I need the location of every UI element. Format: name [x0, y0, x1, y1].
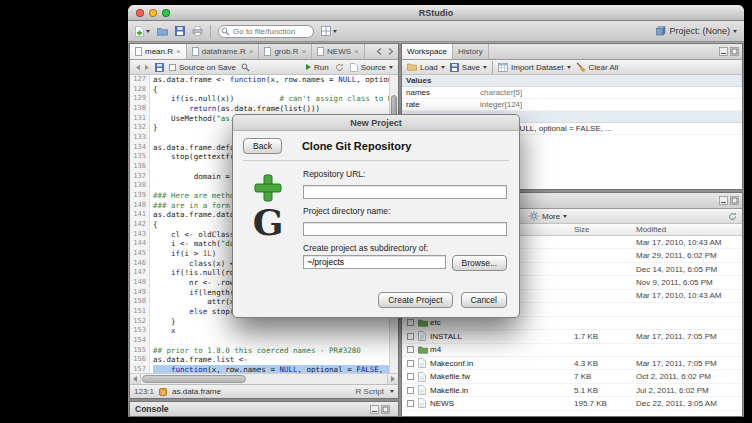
scroll-tabs-left-icon[interactable]	[376, 48, 383, 55]
close-tab-icon[interactable]: ×	[176, 48, 181, 56]
tab-workspace[interactable]: Workspace	[402, 44, 453, 59]
scope-selector[interactable]: as.data.frame	[172, 387, 221, 396]
project-menu[interactable]: Project: (None)	[656, 26, 737, 36]
workspace-item[interactable]: rateinteger[124]	[402, 99, 742, 111]
titlebar[interactable]: RStudio	[128, 5, 744, 21]
code-line[interactable]: if(is.null(x)) # can't assign class to N…	[153, 94, 398, 104]
maximize-pane-icon[interactable]	[381, 405, 390, 414]
file-checkbox[interactable]	[407, 387, 414, 394]
source-on-save-label: Source on Save	[179, 63, 236, 72]
modified-column-header[interactable]: Modified	[636, 224, 742, 235]
scroll-tabs-right-icon[interactable]	[387, 48, 394, 55]
browse-button[interactable]: Browse...	[452, 255, 507, 271]
file-name[interactable]: NEWS	[430, 399, 574, 408]
chevron-down-icon	[389, 66, 393, 69]
zoom-window-button[interactable]	[162, 9, 170, 17]
project-directory-name-field[interactable]	[303, 222, 507, 236]
load-workspace-button[interactable]: Load	[407, 63, 445, 72]
subdirectory-field[interactable]	[303, 255, 446, 269]
open-file-button[interactable]	[157, 27, 168, 36]
create-project-button[interactable]: Create Project	[378, 292, 452, 308]
code-line[interactable]: }	[153, 317, 398, 327]
tab-history[interactable]: History	[453, 44, 489, 59]
scroll-right-arrow[interactable]	[387, 374, 398, 384]
find-replace-icon[interactable]	[241, 63, 250, 72]
close-tab-icon[interactable]: ×	[354, 48, 359, 56]
file-row-NEWS[interactable]: NEWS195.7 KBDec 22, 2011, 3:05 AM	[402, 397, 742, 410]
file-row-etc[interactable]: etc	[402, 317, 742, 330]
file-checkbox[interactable]	[407, 346, 414, 353]
size-column-header[interactable]: Size	[574, 224, 636, 235]
editor-tab-NEWS[interactable]: NEWS×	[312, 44, 365, 59]
close-tab-icon[interactable]: ×	[249, 48, 254, 56]
editor-tab-mean.R[interactable]: mean.R×	[130, 44, 187, 59]
code-line[interactable]: x	[153, 326, 398, 336]
file-row-INSTALL[interactable]: INSTALL1.7 KBMar 17, 2011, 7:05 PM	[402, 330, 742, 343]
minimize-pane-icon[interactable]	[370, 405, 379, 414]
import-dataset-button[interactable]: Import Dataset	[498, 63, 570, 72]
refresh-icon[interactable]	[728, 212, 737, 221]
file-icon	[317, 47, 324, 56]
workspace-item[interactable]: namescharacter[5]	[402, 87, 742, 99]
source-on-save-checkbox[interactable]	[169, 64, 176, 71]
file-name[interactable]: Makefile.in	[430, 386, 574, 395]
panes-layout-button[interactable]	[321, 26, 337, 36]
back-icon[interactable]	[135, 64, 141, 71]
editor-horizontal-scrollbar[interactable]	[130, 373, 398, 384]
source-on-save-toggle[interactable]: Source on Save	[169, 63, 236, 72]
file-row-Makeconf.in[interactable]: Makeconf.in4.3 KBMar 17, 2011, 7:05 PM	[402, 357, 742, 370]
file-name[interactable]: Makefile.fw	[430, 372, 574, 381]
file-name[interactable]: etc	[430, 318, 574, 327]
search-input[interactable]	[218, 25, 314, 38]
code-line[interactable]: as.data.frame <- function(x, row.names =…	[153, 75, 398, 85]
file-checkbox[interactable]	[407, 400, 414, 407]
file-name[interactable]: INSTALL	[430, 332, 574, 341]
file-checkbox[interactable]	[407, 333, 414, 340]
file-row-Makefile.fw[interactable]: Makefile.fw7 KBOct 2, 2011, 6:02 PM	[402, 370, 742, 383]
code-line[interactable]	[153, 336, 398, 346]
editor-tab-dataframe.R[interactable]: dataframe.R×	[187, 44, 260, 59]
rerun-icon[interactable]	[335, 63, 344, 72]
file-type-selector[interactable]: R Script	[356, 387, 394, 396]
maximize-pane-icon[interactable]	[730, 47, 739, 56]
file-modified: Oct 2, 2011, 6:02 PM	[636, 372, 742, 381]
back-button[interactable]: Back	[243, 138, 282, 154]
editor-tab-grob.R[interactable]: grob.R×	[259, 44, 312, 59]
save-button[interactable]	[175, 26, 185, 36]
console-header[interactable]: Console	[130, 402, 398, 416]
forward-icon[interactable]	[144, 64, 150, 71]
run-button[interactable]: Run	[306, 63, 329, 72]
print-button[interactable]	[192, 26, 203, 36]
code-line[interactable]: function(x, row.names = NULL, optional =…	[153, 365, 398, 373]
close-window-button[interactable]	[136, 9, 144, 17]
scrollbar-thumb[interactable]	[142, 375, 246, 383]
file-row-m4[interactable]: m4	[402, 344, 742, 357]
code-line[interactable]: {	[153, 85, 398, 95]
clear-all-button[interactable]: Clear All	[576, 62, 619, 72]
file-name[interactable]: Makeconf.in	[430, 359, 574, 368]
code-line[interactable]: return(as.data.frame(list()))	[153, 104, 398, 114]
file-row-Makefile.in[interactable]: Makefile.in5.1 KBJul 2, 2011, 6:02 PM	[402, 384, 742, 397]
source-button[interactable]: Source	[350, 63, 393, 72]
code-line[interactable]: ## prior to 1.8.0 this coerced names - P…	[153, 346, 398, 356]
close-tab-icon[interactable]: ×	[301, 48, 306, 56]
file-checkbox[interactable]	[407, 319, 414, 326]
more-button[interactable]: More	[529, 211, 567, 221]
maximize-pane-icon[interactable]	[730, 196, 739, 205]
minimize-pane-icon[interactable]	[719, 196, 728, 205]
file-name[interactable]: m4	[430, 345, 574, 354]
minimize-window-button[interactable]	[149, 9, 157, 17]
file-modified: Mar 17, 2011, 7:05 PM	[636, 332, 742, 341]
minimize-pane-icon[interactable]	[719, 47, 728, 56]
save-icon[interactable]	[155, 63, 164, 72]
scroll-left-arrow[interactable]	[130, 374, 141, 384]
file-checkbox[interactable]	[407, 360, 414, 367]
file-modified: Nov 9, 2011, 6:05 PM	[636, 278, 742, 287]
new-file-button[interactable]	[135, 26, 150, 37]
repository-url-field[interactable]	[303, 185, 507, 199]
save-workspace-button[interactable]: Save	[450, 63, 487, 72]
line-number: 142	[130, 220, 146, 230]
code-line[interactable]: as.data.frame.list <-	[153, 355, 398, 365]
cancel-button[interactable]: Cancel	[461, 292, 507, 308]
file-checkbox[interactable]	[407, 373, 414, 380]
